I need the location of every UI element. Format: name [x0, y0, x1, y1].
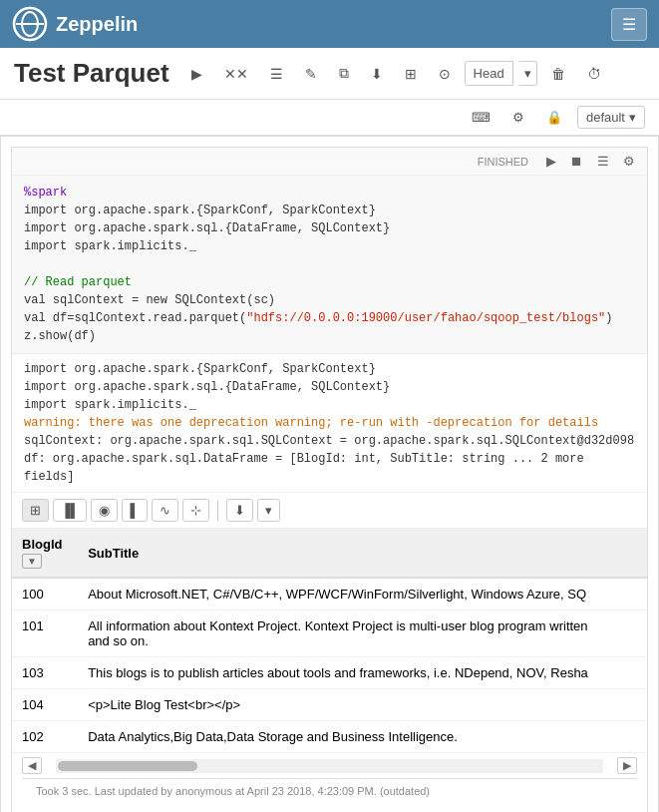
cell-output: import org.apache.spark.{SparkConf, Spar… — [12, 354, 647, 492]
interpreter-dropdown[interactable]: default ▾ — [577, 106, 645, 129]
code-line-1: %spark — [24, 184, 635, 202]
table-row: 102 Data Analytics,Big Data,Data Storage… — [12, 721, 647, 753]
notebook-title: Test Parquet — [14, 58, 169, 89]
cell-blogid: 102 — [12, 721, 78, 753]
header: Zeppelin ☰ — [0, 0, 659, 48]
table-header-row: BlogId ▼ SubTitle — [12, 529, 647, 578]
column-blogid: BlogId ▼ — [12, 529, 78, 578]
secondary-toolbar: ⌨ ⚙ 🔒 default ▾ — [0, 100, 659, 136]
scatter-chart-button[interactable]: ⊹ — [182, 499, 209, 522]
keyboard-icon: ⌨ — [472, 110, 491, 125]
code-line-5 — [24, 255, 635, 273]
blogid-filter[interactable]: ▼ — [22, 554, 42, 569]
cell-blogid: 103 — [12, 657, 78, 689]
notebook-content: FINISHED ▶ ⏹ ☰ ⚙ %spark import org.apach… — [0, 136, 659, 812]
download-icon: ⬇ — [234, 503, 245, 518]
scroll-left-button[interactable]: ◀ — [22, 757, 42, 774]
line-chart-button[interactable]: ∿ — [152, 499, 178, 522]
table-icon: ⊞ — [30, 503, 41, 518]
download-button[interactable]: ⬇ — [363, 61, 391, 87]
table-row: 100 About Microsoft.NET, C#/VB/C++, WPF/… — [12, 578, 647, 610]
code-line-8: val df=sqlContext.read.parquet("hdfs://0… — [24, 309, 635, 327]
download-dropdown-button[interactable]: ▾ — [257, 499, 280, 522]
output-line-1: import org.apache.spark.{SparkConf, Spar… — [24, 360, 635, 378]
code-line-4: import spark.implicits._ — [24, 237, 635, 255]
logo-text: Zeppelin — [56, 13, 138, 36]
output-line-6: df: org.apache.spark.sql.DataFrame = [Bl… — [24, 450, 635, 486]
title-bar: Test Parquet ▶ ✕✕ ☰ ✎ ⧉ ⬇ ⊞ ⊙ Head ▾ 🗑 ⏱ — [0, 48, 659, 100]
copy-button[interactable]: ⧉ — [331, 60, 357, 87]
horizontal-scroll-row: ◀ ▶ — [12, 753, 647, 778]
head-button[interactable]: Head — [465, 61, 513, 86]
cell-blogid: 104 — [12, 689, 78, 721]
status-text: Took 3 sec. Last updated by anonymous at… — [36, 785, 430, 797]
data-table: BlogId ▼ SubTitle 100 About Microsoft.NE… — [12, 529, 647, 753]
dropdown-icon: ▾ — [265, 503, 272, 518]
toolbar-separator — [217, 501, 218, 521]
download-result-button[interactable]: ⬇ — [226, 499, 253, 522]
scrollbar-thumb — [58, 761, 197, 771]
column-subtitle: SubTitle — [78, 529, 647, 578]
area-chart-button[interactable]: ▌ — [122, 499, 147, 522]
lock-icon: 🔒 — [546, 110, 562, 125]
output-warning: warning: there was one deprecation warni… — [24, 414, 635, 432]
keyboard-button[interactable]: ⌨ — [465, 106, 497, 129]
code-editor[interactable]: %spark import org.apache.spark.{SparkCon… — [12, 176, 647, 354]
output-line-2: import org.apache.spark.sql.{DataFrame, … — [24, 378, 635, 396]
zeppelin-logo-icon — [12, 6, 48, 42]
cell-subtitle: Data Analytics,Big Data,Data Storage and… — [78, 721, 647, 753]
table-viz-button[interactable]: ⊞ — [22, 499, 49, 522]
cell-lines-button[interactable]: ☰ — [593, 152, 613, 171]
cell-stop-button[interactable]: ⏹ — [566, 152, 587, 171]
cell-subtitle: This blogs is to publish articles about … — [78, 657, 647, 689]
cell-status-bar: Took 3 sec. Last updated by anonymous at… — [22, 778, 637, 803]
visualization-toolbar: ⊞ ▐▌ ◉ ▌ ∿ ⊹ ⬇ ▾ — [12, 492, 647, 529]
line-numbers-button[interactable]: ☰ — [262, 61, 291, 87]
code-line-3: import org.apache.spark.sql.{DataFrame, … — [24, 219, 635, 237]
horizontal-scrollbar[interactable] — [56, 759, 603, 773]
hamburger-button[interactable]: ☰ — [611, 8, 647, 41]
table-row: 101 All information about Kontext Projec… — [12, 610, 647, 657]
data-table-container: BlogId ▼ SubTitle 100 About Microsoft.NE… — [12, 529, 647, 753]
cell-blogid: 101 — [12, 610, 78, 657]
search-button[interactable]: ⊙ — [431, 61, 459, 87]
bar-chart-button[interactable]: ▐▌ — [53, 499, 87, 522]
line-chart-icon: ∿ — [160, 503, 170, 518]
edit-button[interactable]: ✎ — [297, 61, 325, 87]
lock-button[interactable]: 🔒 — [539, 106, 569, 129]
cell-subtitle: About Microsoft.NET, C#/VB/C++, WPF/WCF/… — [78, 578, 647, 610]
output-line-3: import spark.implicits._ — [24, 396, 635, 414]
cell-subtitle: All information about Kontext Project. K… — [78, 610, 647, 657]
add-paragraph-button[interactable]: ⊞ — [397, 61, 425, 87]
table-row: 104 <p>Lite Blog Test<br></p> — [12, 689, 647, 721]
cell-settings-button[interactable]: ⚙ — [619, 152, 639, 171]
area-chart-icon: ▌ — [130, 503, 139, 518]
cell-status: FINISHED — [478, 156, 528, 168]
cell-header: FINISHED ▶ ⏹ ☰ ⚙ — [12, 148, 647, 176]
code-line-7: val sqlContext = new SQLContext(sc) — [24, 291, 635, 309]
code-line-2: import org.apache.spark.{SparkConf, Spar… — [24, 202, 635, 219]
logo: Zeppelin — [12, 6, 138, 42]
table-row: 103 This blogs is to publish articles ab… — [12, 657, 647, 689]
clear-output-button[interactable]: ✕✕ — [216, 61, 256, 87]
output-line-5: sqlContext: org.apache.spark.sql.SQLCont… — [24, 432, 635, 450]
code-line-9: z.show(df) — [24, 327, 635, 345]
cell-1: FINISHED ▶ ⏹ ☰ ⚙ %spark import org.apach… — [11, 147, 648, 812]
scroll-right-button[interactable]: ▶ — [617, 757, 637, 774]
delete-button[interactable]: 🗑 — [543, 61, 573, 87]
head-dropdown-button[interactable]: ▾ — [519, 61, 537, 86]
dropdown-arrow-icon: ▾ — [629, 110, 636, 125]
code-line-6: // Read parquet — [24, 273, 635, 291]
clock-button[interactable]: ⏱ — [579, 61, 609, 87]
pie-chart-icon: ◉ — [99, 503, 110, 518]
scatter-icon: ⊹ — [190, 503, 201, 518]
run-all-button[interactable]: ▶ — [183, 61, 210, 87]
cell-run-button[interactable]: ▶ — [542, 152, 560, 171]
settings-button[interactable]: ⚙ — [505, 106, 531, 129]
cell-subtitle: <p>Lite Blog Test<br></p> — [78, 689, 647, 721]
gear-icon: ⚙ — [512, 110, 524, 125]
bar-chart-icon: ▐▌ — [61, 503, 79, 518]
pie-chart-button[interactable]: ◉ — [91, 499, 118, 522]
cell-blogid: 100 — [12, 578, 78, 610]
